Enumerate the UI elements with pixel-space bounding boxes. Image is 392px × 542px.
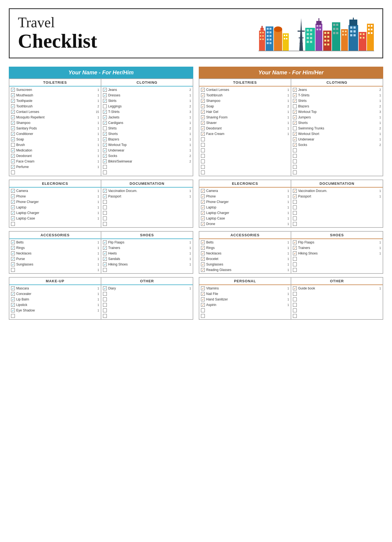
- checkbox[interactable]: [103, 314, 107, 318]
- checkbox[interactable]: [293, 115, 297, 119]
- checkbox[interactable]: [293, 205, 297, 209]
- checkbox[interactable]: [293, 303, 297, 307]
- checkbox[interactable]: [103, 99, 107, 103]
- checkbox[interactable]: [11, 170, 15, 174]
- checkbox[interactable]: [293, 121, 297, 125]
- checkbox[interactable]: [201, 205, 205, 209]
- checkbox[interactable]: [201, 286, 205, 290]
- checkbox[interactable]: [11, 240, 15, 244]
- checkbox[interactable]: [103, 115, 107, 119]
- checkbox[interactable]: [201, 189, 205, 193]
- checkbox[interactable]: [201, 143, 205, 147]
- checkbox[interactable]: [103, 126, 107, 130]
- checkbox[interactable]: [201, 165, 205, 169]
- checkbox[interactable]: [201, 194, 205, 198]
- checkbox[interactable]: [11, 205, 15, 209]
- checkbox[interactable]: [103, 159, 107, 163]
- checkbox[interactable]: [293, 170, 297, 174]
- checkbox[interactable]: [293, 308, 297, 312]
- checkbox[interactable]: [293, 110, 297, 114]
- checkbox[interactable]: [11, 137, 15, 141]
- checkbox[interactable]: [201, 88, 205, 92]
- checkbox[interactable]: [293, 262, 297, 266]
- checkbox[interactable]: [293, 268, 297, 272]
- checkbox[interactable]: [11, 121, 15, 125]
- checkbox[interactable]: [201, 159, 205, 163]
- checkbox[interactable]: [11, 165, 15, 169]
- checkbox[interactable]: [293, 137, 297, 141]
- checkbox[interactable]: [293, 104, 297, 108]
- checkbox[interactable]: [11, 104, 15, 108]
- checkbox[interactable]: [103, 308, 107, 312]
- checkbox[interactable]: [201, 211, 205, 215]
- checkbox[interactable]: [11, 246, 15, 250]
- checkbox[interactable]: [103, 143, 107, 147]
- checkbox[interactable]: [293, 132, 297, 136]
- checkbox[interactable]: [11, 189, 15, 193]
- checkbox[interactable]: [103, 303, 107, 307]
- checkbox[interactable]: [103, 286, 107, 290]
- checkbox[interactable]: [293, 257, 297, 261]
- checkbox[interactable]: [201, 115, 205, 119]
- checkbox[interactable]: [201, 216, 205, 220]
- checkbox[interactable]: [201, 251, 205, 255]
- checkbox[interactable]: [11, 211, 15, 215]
- checkbox[interactable]: [201, 110, 205, 114]
- checkbox[interactable]: [293, 194, 297, 198]
- checkbox[interactable]: [201, 308, 205, 312]
- checkbox[interactable]: [11, 194, 15, 198]
- checkbox[interactable]: [293, 99, 297, 103]
- checkbox[interactable]: [201, 170, 205, 174]
- checkbox[interactable]: [103, 121, 107, 125]
- checkbox[interactable]: [11, 93, 15, 97]
- checkbox[interactable]: [201, 148, 205, 152]
- checkbox[interactable]: [103, 165, 107, 169]
- checkbox[interactable]: [103, 251, 107, 255]
- checkbox[interactable]: [103, 200, 107, 204]
- checkbox[interactable]: [103, 88, 107, 92]
- checkbox[interactable]: [11, 308, 15, 312]
- checkbox[interactable]: [293, 251, 297, 255]
- checkbox[interactable]: [103, 189, 107, 193]
- checkbox[interactable]: [11, 286, 15, 290]
- checkbox[interactable]: [103, 257, 107, 261]
- checkbox[interactable]: [293, 165, 297, 169]
- checkbox[interactable]: [201, 200, 205, 204]
- checkbox[interactable]: [11, 297, 15, 301]
- checkbox[interactable]: [103, 240, 107, 244]
- checkbox[interactable]: [11, 200, 15, 204]
- checkbox[interactable]: [293, 240, 297, 244]
- checkbox[interactable]: [293, 200, 297, 204]
- checkbox[interactable]: [201, 240, 205, 244]
- checkbox[interactable]: [11, 222, 15, 226]
- checkbox[interactable]: [103, 93, 107, 97]
- checkbox[interactable]: [293, 93, 297, 97]
- checkbox[interactable]: [201, 303, 205, 307]
- checkbox[interactable]: [201, 104, 205, 108]
- checkbox[interactable]: [103, 262, 107, 266]
- checkbox[interactable]: [103, 205, 107, 209]
- checkbox[interactable]: [103, 297, 107, 301]
- checkbox[interactable]: [201, 262, 205, 266]
- checkbox[interactable]: [293, 143, 297, 147]
- checkbox[interactable]: [293, 314, 297, 318]
- checkbox[interactable]: [201, 132, 205, 136]
- checkbox[interactable]: [293, 286, 297, 290]
- checkbox[interactable]: [103, 148, 107, 152]
- checkbox[interactable]: [103, 170, 107, 174]
- checkbox[interactable]: [201, 268, 205, 272]
- checkbox[interactable]: [103, 132, 107, 136]
- checkbox[interactable]: [11, 99, 15, 103]
- checkbox[interactable]: [11, 251, 15, 255]
- checkbox[interactable]: [293, 297, 297, 301]
- checkbox[interactable]: [11, 268, 15, 272]
- checkbox[interactable]: [201, 257, 205, 261]
- checkbox[interactable]: [11, 132, 15, 136]
- checkbox[interactable]: [201, 126, 205, 130]
- checkbox[interactable]: [103, 292, 107, 296]
- checkbox[interactable]: [11, 115, 15, 119]
- checkbox[interactable]: [293, 222, 297, 226]
- checkbox[interactable]: [11, 110, 15, 114]
- checkbox[interactable]: [11, 126, 15, 130]
- checkbox[interactable]: [103, 104, 107, 108]
